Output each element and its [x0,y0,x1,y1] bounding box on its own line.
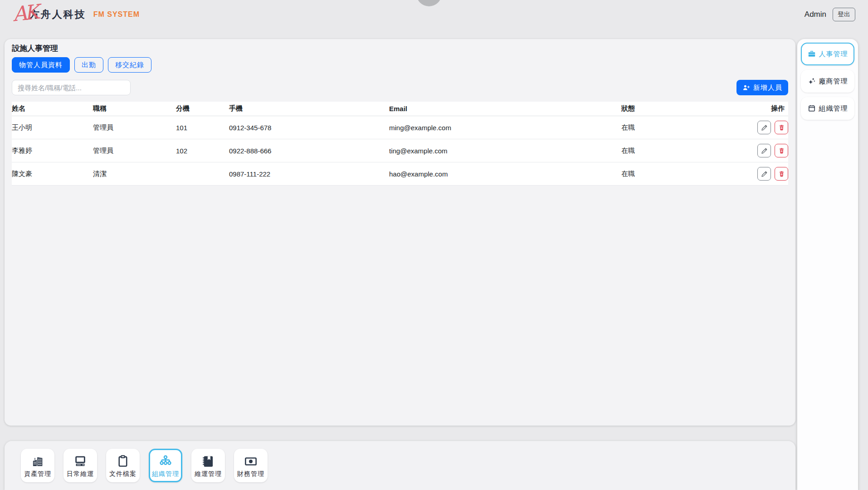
col-header-name: 姓名 [12,102,93,116]
table-row: 陳文豪 清潔 0987-111-222 hao@example.com 在職 [12,162,788,186]
table-header-row: 姓名 職稱 分機 手機 Email 狀態 操作 [12,102,788,116]
delete-button[interactable] [775,167,788,181]
tab-staff-data[interactable]: 物管人員資料 [12,57,70,73]
sidebar-item-personnel[interactable]: 人事管理 [801,43,854,65]
col-header-title: 職稱 [93,102,176,116]
briefcase-icon [808,50,816,58]
dock-item-assets[interactable]: 資產管理 [21,449,54,482]
cell-ext [176,162,229,186]
sidebar-item-organization[interactable]: 組織管理 [801,97,854,120]
page-title: 設施人事管理 [12,44,788,54]
pencil-icon [761,124,768,131]
personnel-management-panel: 設施人事管理 物管人員資料 出勤 移交紀錄 新增人員 [5,39,795,426]
cell-name: 王小明 [12,116,93,139]
person-plus-icon [742,84,750,92]
add-staff-button[interactable]: 新增人員 [736,80,788,95]
cell-ext: 102 [176,139,229,162]
cell-name: 陳文豪 [12,162,93,186]
cell-email: ting@example.com [389,139,621,162]
dock-item-label: 財務管理 [237,470,264,477]
calendar-icon [808,104,816,113]
pencil-icon [761,171,768,177]
app-dock: 資產管理 日常維運 文件檔案 [5,441,795,490]
tab-handover-records[interactable]: 移交紀錄 [108,57,151,73]
cell-phone: 0987-111-222 [229,162,389,186]
cash-icon [244,455,258,468]
pencil-icon [761,147,768,154]
col-header-status: 狀態 [621,102,757,116]
sidebar-item-vendors[interactable]: 廠商管理 [801,70,854,93]
cell-status: 在職 [621,116,757,139]
cell-phone: 0922-888-666 [229,139,389,162]
sidebar-item-label: 組織管理 [819,104,848,113]
desktop-icon [73,455,87,468]
sparkles-icon [808,77,816,85]
cell-status: 在職 [621,162,757,186]
dock-item-daily-ops[interactable]: 日常維運 [63,449,97,482]
logo-mark-icon: AK [12,2,38,24]
add-staff-label: 新增人員 [753,83,782,92]
dock-item-documents[interactable]: 文件檔案 [106,449,140,482]
buildings-icon [31,455,44,468]
org-chart-icon [159,455,172,468]
sidebar-item-label: 廠商管理 [819,77,848,86]
cell-title: 清潔 [93,162,176,186]
table-row: 李雅婷 管理員 102 0922-888-666 ting@example.co… [12,139,788,162]
journal-icon [201,455,215,468]
dock-item-label: 日常維運 [67,470,94,477]
dock-item-label: 文件檔案 [109,470,137,477]
trash-icon [778,124,785,131]
sidebar-item-label: 人事管理 [819,50,848,59]
edit-button[interactable] [757,167,771,181]
dock-item-finance[interactable]: 財務管理 [234,449,268,482]
cell-title: 管理員 [93,139,176,162]
edit-button[interactable] [757,144,771,157]
cell-email: ming@example.com [389,116,621,139]
app-logo: AK 方舟人科技 FM SYSTEM [13,6,140,23]
dock-item-label: 維運管理 [195,470,222,477]
staff-table: 姓名 職稱 分機 手機 Email 狀態 操作 王小明 管理員 101 0912… [12,102,788,186]
dock-item-label: 資產管理 [24,470,51,477]
cell-name: 李雅婷 [12,139,93,162]
table-row: 王小明 管理員 101 0912-345-678 ming@example.co… [12,116,788,139]
dock-item-label: 組織管理 [152,470,179,477]
cell-status: 在職 [621,139,757,162]
toolbar-row: 新增人員 [12,80,788,95]
dock-item-maintenance[interactable]: 維運管理 [191,449,225,482]
tabs-row: 物管人員資料 出勤 移交紀錄 [12,57,788,73]
cell-title: 管理員 [93,116,176,139]
trash-icon [778,147,785,154]
cell-phone: 0912-345-678 [229,116,389,139]
tab-attendance[interactable]: 出勤 [74,57,103,73]
clipboard-icon [116,455,130,468]
edit-button[interactable] [757,121,771,134]
col-header-phone: 手機 [229,102,389,116]
search-input[interactable] [12,80,131,95]
cell-email: hao@example.com [389,162,621,186]
system-name: FM SYSTEM [93,10,140,19]
brand-name: 方舟人科技 [29,8,86,21]
col-header-actions: 操作 [757,102,788,116]
dock-item-organization[interactable]: 組織管理 [149,449,182,482]
module-sidebar: 人事管理 廠商管理 組織管理 [797,39,858,490]
col-header-ext: 分機 [176,102,229,116]
delete-button[interactable] [775,144,788,157]
trash-icon [778,171,785,177]
delete-button[interactable] [775,121,788,134]
cell-ext: 101 [176,116,229,139]
logout-button[interactable]: 登出 [833,8,855,21]
col-header-email: Email [389,102,621,116]
current-user-label: Admin [805,10,826,19]
